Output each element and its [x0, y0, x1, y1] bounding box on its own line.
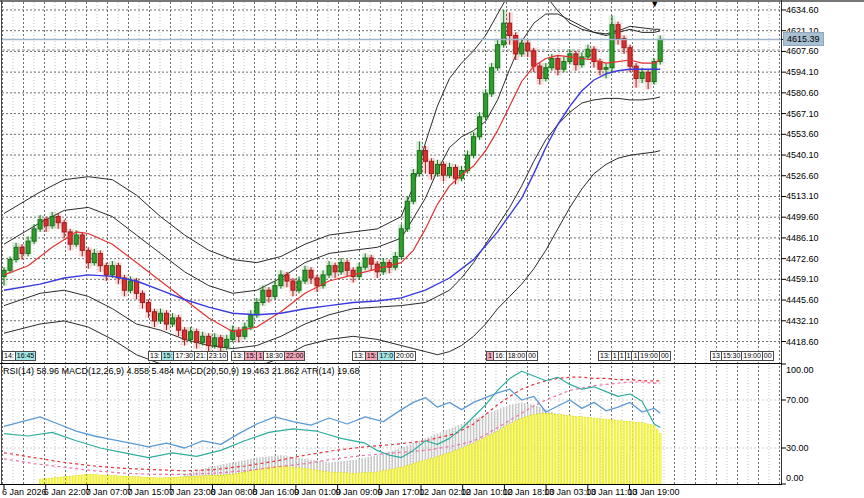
- event-flag-badge: 22:00: [284, 351, 306, 361]
- event-flag-group: 116:18:0000: [486, 351, 537, 361]
- price-axis-label: 4499.60: [786, 212, 819, 222]
- event-flag-badge: 19:00: [741, 351, 763, 361]
- event-flag-badge: 00: [526, 351, 538, 361]
- event-flag-badge: 19:00: [638, 351, 660, 361]
- time-axis-label: 6 Jan 2026: [2, 487, 47, 497]
- time-axis-label: 7 Jan 23:00: [169, 487, 216, 497]
- indicator-axis-label: 30.00: [786, 443, 809, 453]
- price-axis-label: 4607.60: [786, 46, 819, 56]
- price-axis-label: 4580.60: [786, 88, 819, 98]
- event-flag-badge: 20:00: [394, 351, 416, 361]
- event-flag-badge: 15:: [161, 351, 175, 361]
- price-axis-label: 4472.60: [786, 254, 819, 264]
- event-flag-badge: 13:: [352, 351, 366, 361]
- price-axis-label: 4432.10: [786, 316, 819, 326]
- event-flag-group: 13:15:17:3021:23:10: [148, 351, 227, 361]
- time-axis-label: 8 Jan 16:00: [252, 487, 299, 497]
- event-flag-group: 14:16:45: [2, 351, 35, 361]
- event-flag-group: 1315:3019:0000: [710, 351, 773, 361]
- indicator-axis-label: 70.00: [786, 395, 809, 405]
- event-flag-group: 13:111119:0000: [598, 351, 670, 361]
- price-axis-label: 4567.10: [786, 109, 819, 119]
- price-axis-label: 4459.10: [786, 274, 819, 284]
- event-flag-badge: 21:: [194, 351, 208, 361]
- event-flag-group: 13:15:118:3022:00: [231, 351, 304, 361]
- event-flag-badge: 15:: [365, 351, 379, 361]
- indicator-values-label: RSI(14) 58.96 MACD(12,26,9) 4.858 5.484 …: [3, 366, 360, 376]
- event-flag-badge: 16:45: [15, 351, 37, 361]
- time-axis-label: 7 Jan 07:00: [85, 487, 132, 497]
- event-flag-badge: 23:10: [207, 351, 229, 361]
- alert-down-triangle-icon: ▼: [650, 0, 659, 9]
- time-axis-label: 13 Jan 19:00: [628, 487, 680, 497]
- event-flag-badge: 16:: [493, 351, 507, 361]
- price-axis-label: 4486.10: [786, 233, 819, 243]
- time-axis-label: 9 Jan 17:00: [377, 487, 424, 497]
- event-flag-badge: 13:: [231, 351, 245, 361]
- price-axis-label: 4540.10: [786, 150, 819, 160]
- event-flag-badge: 17:0: [377, 351, 395, 361]
- price-axis-label: 4445.60: [786, 295, 819, 305]
- event-flag-badge: 18:00: [506, 351, 528, 361]
- event-flag-group: 13:15:17:020:00: [352, 351, 415, 361]
- price-axis-label: 4553.60: [786, 129, 819, 139]
- indicator-axis-label: 0.00: [786, 473, 804, 483]
- event-flag-badge: 18:30: [263, 351, 285, 361]
- time-axis-label: 8 Jan 08:00: [211, 487, 258, 497]
- price-axis-label: 4634.60: [786, 5, 819, 15]
- price-axis-label: 4513.10: [786, 191, 819, 201]
- price-axis-label: 4418.60: [786, 337, 819, 347]
- event-flag-badge: 17:30: [173, 351, 195, 361]
- time-axis-label: 7 Jan 15:00: [127, 487, 174, 497]
- event-flag-badge: 13:: [598, 351, 612, 361]
- price-axis-label: 4526.60: [786, 171, 819, 181]
- event-flag-badge: 00: [762, 351, 774, 361]
- time-axis-label: 9 Jan 01:00: [294, 487, 341, 497]
- chart-plot-area[interactable]: [0, 0, 864, 498]
- event-flag-badge: 15:: [244, 351, 258, 361]
- trading-chart-window: 4634.604621.104607.604594.104580.604567.…: [0, 0, 864, 498]
- current-price-badge: 4615.39: [783, 32, 824, 46]
- price-axis-label: 4594.10: [786, 67, 819, 77]
- event-flag-badge: 14:: [2, 351, 16, 361]
- event-flag-badge: 00: [659, 351, 671, 361]
- time-axis-label: 9 Jan 09:00: [336, 487, 383, 497]
- time-axis-label: 6 Jan 22:00: [44, 487, 91, 497]
- event-flag-badge: 15:30: [721, 351, 743, 361]
- event-flag-badge: 13:: [148, 351, 162, 361]
- indicator-axis-label: 100.00: [786, 365, 814, 375]
